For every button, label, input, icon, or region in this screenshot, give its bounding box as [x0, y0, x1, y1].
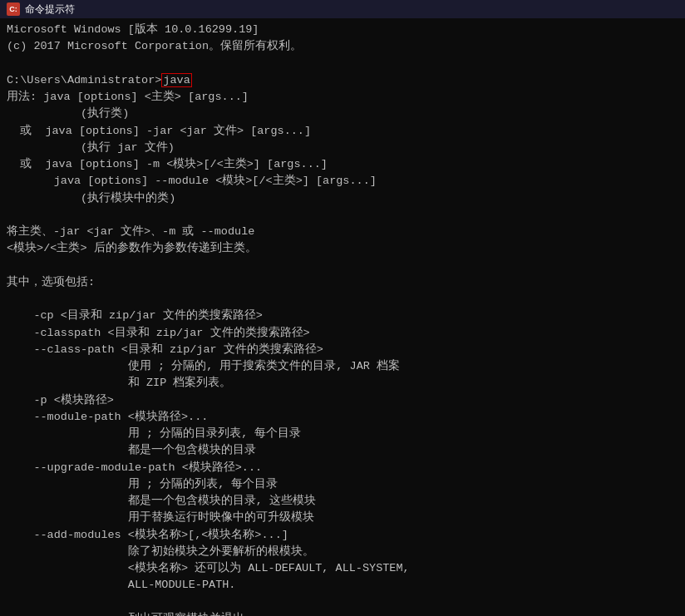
console-line-26: 都是一个包含模块的目录	[7, 442, 678, 459]
console-line-5: 用法: java [options] <主类> [args...]	[7, 89, 678, 106]
console-line-24: --module-path <模块路径>...	[7, 409, 678, 426]
console-line-30: 用于替换运行时映像中的可升级模块	[7, 510, 678, 526]
console-line-17	[7, 291, 678, 308]
console-line-33: <模块名称> 还可以为 ALL-DEFAULT, ALL-SYSTEM,	[7, 560, 678, 577]
console-line-18: -cp <目录和 zip/jar 文件的类搜索路径>	[7, 308, 678, 324]
console-line-15	[7, 258, 678, 274]
console-line-37: 列出可观察模块并退出	[7, 611, 678, 616]
console-line-25: 用 ; 分隔的目录列表, 每个目录	[7, 426, 678, 442]
console-line-14: <模块>/<主类> 后的参数作为参数传递到主类。	[7, 240, 678, 257]
console-line-8: (执行 jar 文件)	[7, 140, 678, 156]
console-line-32: 除了初始模块之外要解析的根模块。	[7, 544, 678, 560]
console-line-28: 用 ; 分隔的列表, 每个目录	[7, 476, 678, 493]
title-bar: C: 命令提示符	[0, 0, 685, 18]
console-line-16: 其中，选项包括:	[7, 274, 678, 291]
console-line-6: (执行类)	[7, 106, 678, 122]
console-line-12	[7, 207, 678, 224]
console-line-9: 或 java [options] -m <模块>[/<主类>] [args...…	[7, 156, 678, 173]
cmd-icon: C:	[7, 2, 20, 16]
console-line-13: 将主类、-jar <jar 文件>、-m 或 --module	[7, 224, 678, 240]
java-command-highlight: java	[161, 73, 191, 87]
console-line-23: -p <模块路径>	[7, 392, 678, 409]
console-line-21: 使用 ; 分隔的, 用于搜索类文件的目录, JAR 档案	[7, 358, 678, 375]
console-line-36	[7, 594, 678, 611]
console-window: Microsoft Windows [版本 10.0.16299.19] (c)…	[0, 18, 685, 616]
console-line-22: 和 ZIP 档案列表。	[7, 375, 678, 392]
console-line-19: -classpath <目录和 zip/jar 文件的类搜索路径>	[7, 325, 678, 342]
console-line-11: (执行模块中的类)	[7, 190, 678, 207]
console-line-10: java [options] --module <模块>[/<主类>] [arg…	[7, 173, 678, 190]
console-line-3	[7, 56, 678, 72]
window-title: 命令提示符	[25, 2, 75, 17]
console-line-7: 或 java [options] -jar <jar 文件> [args...]	[7, 123, 678, 140]
console-line-1: Microsoft Windows [版本 10.0.16299.19]	[7, 22, 678, 38]
console-line-34: ALL-MODULE-PATH.	[7, 577, 678, 594]
console-line-27: --upgrade-module-path <模块路径>...	[7, 460, 678, 476]
console-line-2: (c) 2017 Microsoft Corporation。保留所有权利。	[7, 38, 678, 55]
console-line-31: --add-modules <模块名称>[,<模块名称>...]	[7, 527, 678, 544]
console-line-4: C:\Users\Administrator>java	[7, 72, 678, 89]
console-line-29: 都是一个包含模块的目录, 这些模块	[7, 493, 678, 510]
console-line-20: --class-path <目录和 zip/jar 文件的类搜索路径>	[7, 342, 678, 358]
